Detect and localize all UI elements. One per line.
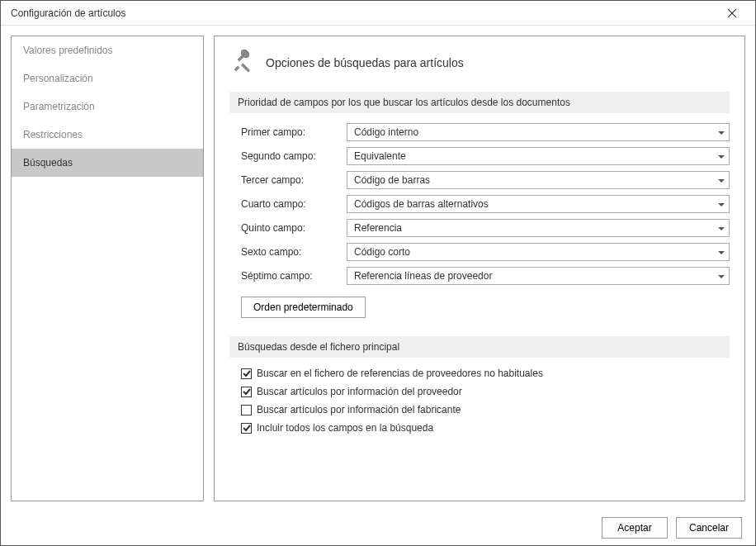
main-panel: Opciones de búsquedas para artículos Pri…	[214, 36, 745, 501]
field-row-0: Primer campo:Código interno	[229, 123, 730, 141]
field-row-3: Cuarto campo:Códigos de barras alternati…	[229, 195, 730, 213]
field-label-3: Cuarto campo:	[241, 198, 347, 210]
field-row-1: Segundo campo:Equivalente	[229, 147, 730, 165]
close-button[interactable]	[716, 2, 749, 25]
checkbox-label-1: Buscar artículos por información del pro…	[257, 386, 462, 397]
field-row-6: Séptimo campo:Referencia líneas de prove…	[229, 267, 730, 285]
field-row-5: Sexto campo:Código corto	[229, 243, 730, 261]
field-dropdown-2[interactable]: Código de barras	[347, 171, 730, 189]
checkbox-2[interactable]	[241, 405, 252, 415]
check-icon	[243, 387, 251, 396]
field-label-4: Quinto campo:	[241, 222, 347, 234]
checkbox-label-3: Incluir todos los campos en la búsqueda	[257, 422, 433, 434]
checkbox-3[interactable]	[241, 423, 252, 434]
close-icon	[728, 9, 736, 17]
field-value-3: Códigos de barras alternativos	[347, 195, 730, 213]
sidebar-item-3[interactable]: Restricciones	[12, 121, 203, 149]
dialog-footer: Aceptar Cancelar	[1, 510, 755, 545]
window-title: Configuración de artículos	[11, 7, 716, 19]
titlebar: Configuración de artículos	[1, 1, 755, 26]
checkbox-label-2: Buscar artículos por información del fab…	[257, 404, 461, 415]
page-title: Opciones de búsquedas para artículos	[266, 56, 464, 69]
field-value-4: Referencia	[347, 219, 730, 237]
section-filesearch-heading: Búsquedas desde el fichero principal	[229, 336, 730, 358]
accept-button[interactable]: Aceptar	[602, 517, 668, 539]
checkbox-row-1: Buscar artículos por información del pro…	[229, 386, 730, 397]
field-dropdown-4[interactable]: Referencia	[347, 219, 730, 237]
svg-rect-2	[241, 64, 250, 73]
checkbox-1[interactable]	[241, 387, 252, 397]
checkbox-label-0: Buscar en el fichero de referencias de p…	[257, 368, 543, 379]
field-label-1: Segundo campo:	[241, 150, 347, 162]
field-dropdown-0[interactable]: Código interno	[347, 123, 730, 141]
checkbox-row-0: Buscar en el fichero de referencias de p…	[229, 368, 730, 379]
sidebar: Valores predefinidosPersonalizaciónParam…	[11, 36, 204, 501]
checkbox-0[interactable]	[241, 368, 252, 379]
check-icon	[243, 369, 251, 377]
field-row-2: Tercer campo:Código de barras	[229, 171, 730, 189]
sidebar-item-2[interactable]: Parametrización	[12, 93, 203, 121]
field-dropdown-1[interactable]: Equivalente	[347, 147, 730, 165]
section-priority-heading: Prioridad de campos por los que buscar l…	[229, 92, 730, 113]
field-label-6: Séptimo campo:	[241, 270, 347, 282]
field-row-4: Quinto campo:Referencia	[229, 219, 730, 237]
field-dropdown-6[interactable]: Referencia líneas de proveedor	[347, 267, 730, 285]
field-value-1: Equivalente	[347, 147, 730, 165]
sidebar-item-4[interactable]: Búsquedas	[12, 149, 203, 177]
field-label-0: Primer campo:	[241, 126, 347, 138]
field-value-0: Código interno	[347, 123, 730, 141]
field-label-5: Sexto campo:	[241, 246, 347, 258]
field-value-6: Referencia líneas de proveedor	[347, 267, 730, 285]
field-dropdown-5[interactable]: Código corto	[347, 243, 730, 261]
default-order-button[interactable]: Orden predeterminado	[241, 297, 366, 318]
sidebar-item-1[interactable]: Personalización	[12, 64, 203, 93]
field-label-2: Tercer campo:	[241, 174, 347, 186]
field-value-2: Código de barras	[347, 171, 730, 189]
tools-icon	[229, 48, 256, 77]
cancel-button[interactable]: Cancelar	[676, 517, 742, 539]
sidebar-item-0[interactable]: Valores predefinidos	[12, 36, 203, 64]
checkbox-row-2: Buscar artículos por información del fab…	[229, 404, 730, 415]
check-icon	[243, 424, 251, 432]
field-value-5: Código corto	[347, 243, 730, 261]
checkbox-row-3: Incluir todos los campos en la búsqueda	[229, 422, 730, 434]
field-dropdown-3[interactable]: Códigos de barras alternativos	[347, 195, 730, 213]
